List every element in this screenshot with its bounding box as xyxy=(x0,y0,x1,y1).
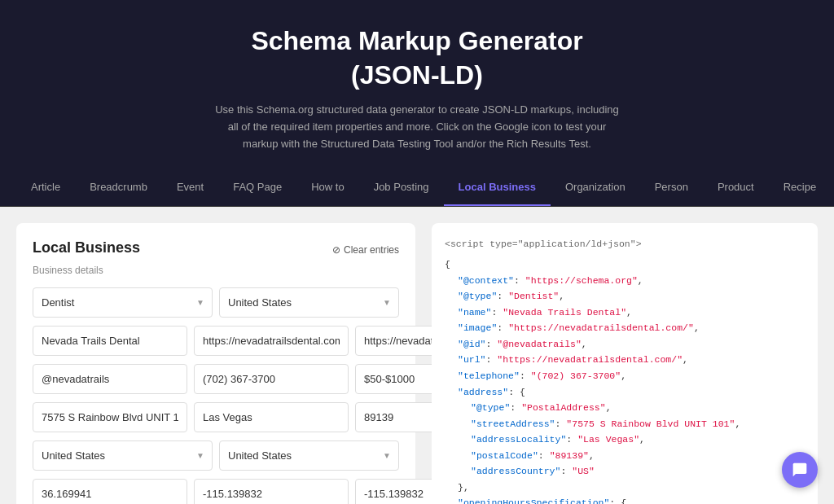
chat-icon xyxy=(792,462,808,478)
nav-item-article[interactable]: Article xyxy=(16,169,75,206)
title-line1: Schema Markup Generator xyxy=(251,26,582,55)
header-description: Use this Schema.org structured data gene… xyxy=(213,102,621,152)
nav-item-person[interactable]: Person xyxy=(640,169,703,206)
title-line2: (JSON-LD) xyxy=(351,60,483,90)
nav-item-breadcrumb[interactable]: Breadcrumb xyxy=(75,169,162,206)
nav-item-recipe[interactable]: Recipe xyxy=(769,169,831,206)
clear-icon: ⊘ xyxy=(332,244,340,256)
navigation: Article Breadcrumb Event FAQ Page How to… xyxy=(0,169,834,207)
country3-select-wrapper: United States Canada ▼ xyxy=(219,440,399,471)
json-content: <script type="application/ld+json"> { "@… xyxy=(432,223,818,504)
country1-select-wrapper: United States Canada UK ▼ xyxy=(219,287,399,318)
business-details-label: Business details xyxy=(33,265,399,276)
longitude1-input[interactable] xyxy=(194,479,349,504)
address-row xyxy=(33,402,399,432)
header: Schema Markup Generator (JSON-LD) Use th… xyxy=(0,0,834,169)
json-body: { "@context": "https://schema.org", "@ty… xyxy=(445,256,805,504)
form-panel: Local Business ⊘ Clear entries Business … xyxy=(16,223,415,504)
country-row-2: United States Canada ▼ United States Can… xyxy=(33,440,399,471)
image-url-input[interactable] xyxy=(194,326,349,356)
nav-item-localbusiness[interactable]: Local Business xyxy=(444,169,551,206)
type-country-row: Dentist Restaurant Store ▼ United States… xyxy=(33,287,399,318)
business-name-input[interactable] xyxy=(33,326,187,356)
chat-bubble-button[interactable] xyxy=(782,452,818,488)
country1-select[interactable]: United States Canada UK xyxy=(219,287,399,318)
script-open-tag: <script type="application/ld+json"> xyxy=(445,236,805,252)
phone-input[interactable] xyxy=(194,364,349,394)
business-type-select-wrapper: Dentist Restaurant Store ▼ xyxy=(33,287,213,318)
clear-label: Clear entries xyxy=(344,244,399,256)
panel-title: Local Business xyxy=(33,239,140,256)
clear-entries-button[interactable]: ⊘ Clear entries xyxy=(332,244,399,256)
nav-item-video[interactable]: Video xyxy=(831,169,834,206)
nav-item-jobposting[interactable]: Job Posting xyxy=(359,169,444,206)
business-type-select[interactable]: Dentist Restaurant Store xyxy=(33,287,213,318)
id-input[interactable] xyxy=(33,364,187,394)
nav-item-product[interactable]: Product xyxy=(703,169,769,206)
nav-item-faq[interactable]: FAQ Page xyxy=(218,169,296,206)
coordinates-row xyxy=(33,479,399,504)
country2-select[interactable]: United States Canada xyxy=(33,440,213,471)
nav-item-organization[interactable]: Organization xyxy=(551,169,640,206)
name-image-url-row xyxy=(33,326,399,356)
nav-item-howto[interactable]: How to xyxy=(296,169,358,206)
country3-select[interactable]: United States Canada xyxy=(219,440,399,471)
street-input[interactable] xyxy=(33,402,187,432)
latitude-input[interactable] xyxy=(33,479,187,504)
id-phone-price-row xyxy=(33,364,399,394)
country2-select-wrapper: United States Canada ▼ xyxy=(33,440,213,471)
city-input[interactable] xyxy=(194,402,349,432)
nav-item-event[interactable]: Event xyxy=(162,169,218,206)
json-output-panel: <script type="application/ld+json"> { "@… xyxy=(432,223,818,504)
main-content: Local Business ⊘ Clear entries Business … xyxy=(0,207,834,504)
